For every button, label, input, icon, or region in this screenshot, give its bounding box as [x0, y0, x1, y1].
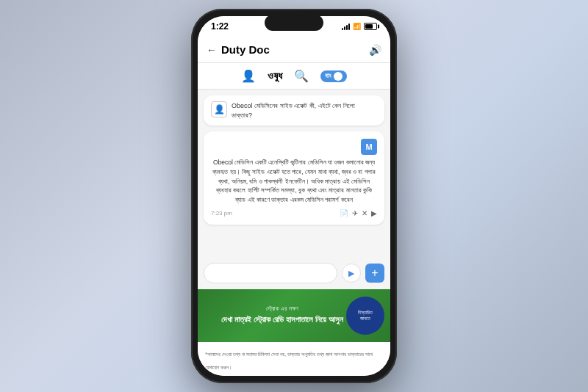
message-footer: 7:23 pm 📄 ✈ ✕ ▶ [211, 209, 377, 217]
message-input[interactable] [204, 263, 337, 283]
bot-avatar: M [361, 139, 377, 155]
stroke-awareness-banner[interactable]: স্ট্রোক এর লক্ষণ বিস্তারিতজানতে দেখা মাত… [198, 289, 390, 342]
message-actions: 📄 ✈ ✕ ▶ [340, 209, 377, 217]
bot-message-bubble: M Obecol মেডিসিন একটি এনেস্থিটি কন্টিনার… [204, 131, 384, 225]
bot-message-text: Obecol মেডিসিন একটি এনেস্থিটি কন্টিনার ম… [211, 158, 377, 205]
speaker-icon[interactable]: 🔊 [369, 44, 381, 56]
send-button[interactable]: ▶ [342, 264, 361, 283]
phone-frame: 1:22 📶 ← Duty Doc 🔊 👤 [191, 9, 397, 383]
input-area: ▶ + [198, 257, 390, 289]
language-toggle-label: বাং [325, 72, 331, 80]
dynamic-island [265, 15, 323, 31]
disclaimer-area: *আমাদের দেওয়া তথ্য বা মতামত চিকিৎসা সেব… [198, 342, 390, 376]
user-message-bubble: 👤 Obecol মেডিসিনের সাইড এফেক্ট কী, এইটে … [204, 95, 384, 126]
medicine-tab[interactable]: ওষুধ [268, 70, 282, 82]
banner-title: স্ট্রোক এর লক্ষণ [204, 305, 361, 313]
message-time: 7:23 pm [211, 210, 232, 217]
disclaimer-text: *আমাদের দেওয়া তথ্য বা মতামত চিকিৎসা সেব… [205, 352, 373, 370]
play-icon[interactable]: ▶ [371, 209, 377, 217]
share-telegram-icon[interactable]: ✈ [352, 209, 358, 217]
signal-icon [342, 23, 350, 30]
user-avatar: 👤 [211, 101, 227, 117]
copy-icon[interactable]: 📄 [340, 209, 348, 217]
bot-message-header: M [211, 139, 377, 155]
phone-screen: 1:22 📶 ← Duty Doc 🔊 👤 [198, 16, 390, 376]
person-tab-icon[interactable]: 👤 [241, 69, 256, 83]
status-time: 1:22 [211, 21, 229, 32]
add-button[interactable]: + [365, 264, 384, 283]
toggle-circle [334, 72, 343, 81]
send-icon: ▶ [348, 269, 354, 278]
banner-circle-decoration: বিস্তারিতজানতে [346, 297, 384, 335]
search-tab-icon[interactable]: 🔍 [294, 69, 309, 83]
wifi-icon: 📶 [353, 23, 361, 30]
app-header: ← Duty Doc 🔊 [198, 37, 390, 63]
user-message-text: Obecol মেডিসিনের সাইড এফেক্ট কী, এইটে কে… [232, 101, 377, 120]
battery-icon [364, 23, 377, 30]
status-icons: 📶 [342, 23, 377, 30]
chat-area: 👤 Obecol মেডিসিনের সাইড এফেক্ট কী, এইটে … [198, 90, 390, 257]
back-button[interactable]: ← [207, 44, 217, 56]
tab-bar: 👤 ওষুধ 🔍 বাং [198, 63, 390, 90]
language-toggle[interactable]: বাং [320, 70, 347, 82]
close-action-icon[interactable]: ✕ [362, 209, 368, 217]
banner-main-text: দেখা মাত্রই স্ট্রোক রেডি হাসপাতালে নিয়ে… [204, 314, 361, 325]
plus-icon: + [371, 267, 378, 279]
app-title: Duty Doc [221, 43, 369, 56]
